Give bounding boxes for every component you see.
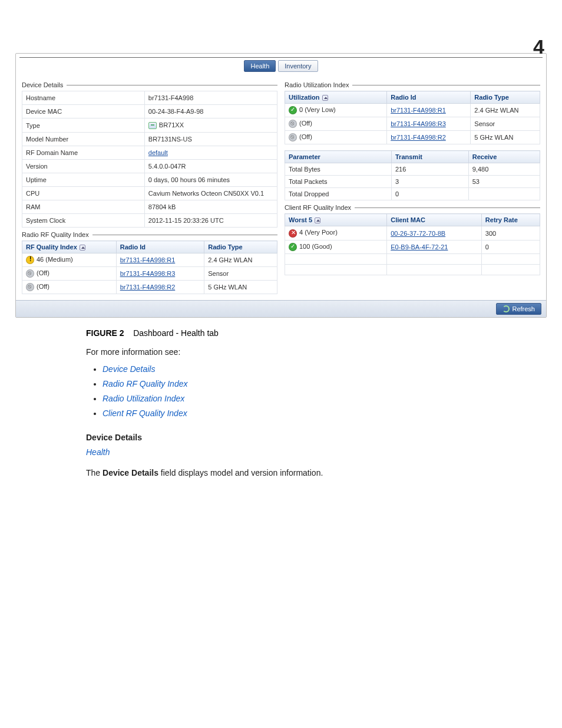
dd-k: CPU (22, 187, 145, 200)
link-radio-rf[interactable]: Radio RF Quality Index (103, 379, 187, 388)
table-row: Total Packets353 (285, 176, 540, 188)
tabs: Health Inventory (16, 60, 546, 72)
dd-k: Device MAC (22, 105, 145, 118)
device-details-table: Hostnamebr7131-F4A998 Device MAC00-24-38… (22, 91, 277, 228)
sort-icon[interactable] (80, 245, 85, 251)
dd-k: RF Domain Name (22, 146, 145, 160)
client-rf-title: Client RF Quality Index (285, 204, 351, 211)
col-worst5[interactable]: Worst 5 (285, 214, 387, 226)
table-row[interactable]: (Off)br7131-F4A998:R3Sensor (285, 117, 540, 131)
col-utilization[interactable]: Utilization (285, 91, 387, 104)
dd-k: Version (22, 160, 145, 173)
dd-k: Uptime (22, 173, 145, 187)
page-number: 4 (533, 35, 544, 58)
radio-link[interactable]: br7131-F4A998:R3 (391, 120, 446, 127)
col-client-mac[interactable]: Client MAC (387, 214, 482, 226)
refresh-icon (503, 305, 510, 312)
dd-v: 5.4.0.0-047R (144, 160, 277, 173)
dd-k: Model Number (22, 133, 145, 146)
dd-k: Hostname (22, 91, 145, 105)
link-device-details[interactable]: Device Details (103, 364, 155, 374)
dd-k: System Clock (22, 214, 145, 228)
dd-v: 2012-11-15 20:33:26 UTC (144, 214, 277, 228)
device-details-title: Device Details (22, 81, 63, 88)
table-row: Total Bytes2169,480 (285, 163, 540, 176)
radio-link[interactable]: br7131-F4A998:R2 (391, 134, 446, 141)
intro-text: For more information see: (86, 346, 511, 358)
empty-row (285, 264, 540, 275)
dashboard-panel: Health Inventory Device Details Hostname… (15, 53, 547, 318)
radio-link[interactable]: br7131-F4A998:R1 (120, 256, 176, 263)
col-radio-type[interactable]: Radio Type (471, 91, 540, 104)
table-row[interactable]: (Off)br7131-F4A998:R3Sensor (22, 267, 277, 281)
dd-v: br7131-F4A998 (144, 91, 277, 105)
radio-link[interactable]: br7131-F4A998:R3 (120, 270, 176, 277)
table-row[interactable]: 4 (Very Poor)00-26-37-72-70-8B300 (285, 226, 540, 240)
radio-link[interactable]: br7131-F4A998:R2 (120, 284, 176, 291)
rf-domain-link[interactable]: default (148, 149, 168, 156)
device-type-icon (148, 122, 157, 129)
breadcrumb-link[interactable]: Health (86, 447, 110, 457)
link-radio-util[interactable]: Radio Utilization Index (103, 394, 184, 403)
radio-rf-table: RF Quality Index Radio Id Radio Type 46 … (22, 241, 277, 294)
figure-caption: FIGURE 2 Dashboard - Health tab (86, 328, 547, 338)
panel-divider (19, 57, 543, 58)
empty-row (285, 253, 540, 264)
table-row[interactable]: (Off)br7131-F4A998:R25 GHz WLAN (285, 131, 540, 144)
link-client-rf[interactable]: Client RF Quality Index (103, 409, 187, 418)
status-icon (289, 120, 297, 128)
link-list: Device Details Radio RF Quality Index Ra… (86, 363, 511, 420)
radio-rf-title: Radio RF Quality Index (22, 231, 89, 238)
section-heading: Device Details (86, 431, 511, 444)
col-retry-rate[interactable]: Retry Rate (481, 214, 540, 226)
radio-util-params-table: Parameter Transmit Receive Total Bytes21… (285, 150, 540, 200)
status-icon (289, 133, 297, 141)
table-row[interactable]: 100 (Good)E0-B9-BA-4F-72-210 (285, 240, 540, 253)
refresh-button[interactable]: Refresh (496, 303, 541, 315)
dd-v: default (144, 146, 277, 160)
radio-util-table: Utilization Radio Id Radio Type 0 (Very … (285, 91, 540, 144)
dd-v: BR71XX (144, 118, 277, 133)
section-paragraph: The Device Details field displays model … (86, 467, 511, 479)
col-receive[interactable]: Receive (468, 151, 540, 163)
col-rf-quality[interactable]: RF Quality Index (22, 241, 117, 253)
table-row[interactable]: 0 (Very Low)br7131-F4A998:R12.4 GHz WLAN (285, 104, 540, 117)
dd-k: RAM (22, 200, 145, 214)
sort-icon[interactable] (315, 218, 320, 223)
client-mac-link[interactable]: 00-26-37-72-70-8B (391, 230, 445, 237)
table-row[interactable]: (Off)br7131-F4A998:R25 GHz WLAN (22, 281, 277, 294)
sort-icon[interactable] (322, 95, 328, 101)
panel-footer: Refresh (16, 300, 546, 317)
client-rf-table: Worst 5 Client MAC Retry Rate 4 (Very Po… (285, 213, 540, 275)
tab-inventory[interactable]: Inventory (278, 60, 318, 72)
col-radio-id[interactable]: Radio Id (387, 91, 471, 104)
dd-k: Type (22, 118, 145, 133)
dd-v: 87804 kB (144, 200, 277, 214)
status-icon (26, 256, 34, 264)
dd-v: BR7131NS-US (144, 133, 277, 146)
status-icon (289, 243, 297, 251)
col-radio-id[interactable]: Radio Id (116, 241, 204, 253)
table-row[interactable]: 46 (Medium)br7131-F4A998:R12.4 GHz WLAN (22, 253, 277, 267)
table-row: Total Dropped0 (285, 188, 540, 200)
tab-health[interactable]: Health (244, 60, 276, 72)
dd-v: 0 days, 00 hours 06 minutes (144, 173, 277, 187)
col-radio-type[interactable]: Radio Type (204, 241, 277, 253)
status-icon (289, 229, 297, 238)
dd-v: 00-24-38-F4-A9-98 (144, 105, 277, 118)
radio-link[interactable]: br7131-F4A998:R1 (391, 107, 446, 114)
radio-util-title: Radio Utilization Index (285, 81, 349, 88)
dd-v: Cavium Networks Octeon CN50XX V0.1 (144, 187, 277, 200)
status-icon (26, 283, 34, 291)
status-icon (26, 269, 34, 278)
col-parameter[interactable]: Parameter (285, 151, 392, 163)
col-transmit[interactable]: Transmit (392, 151, 469, 163)
client-mac-link[interactable]: E0-B9-BA-4F-72-21 (391, 243, 448, 251)
status-icon (289, 106, 297, 114)
